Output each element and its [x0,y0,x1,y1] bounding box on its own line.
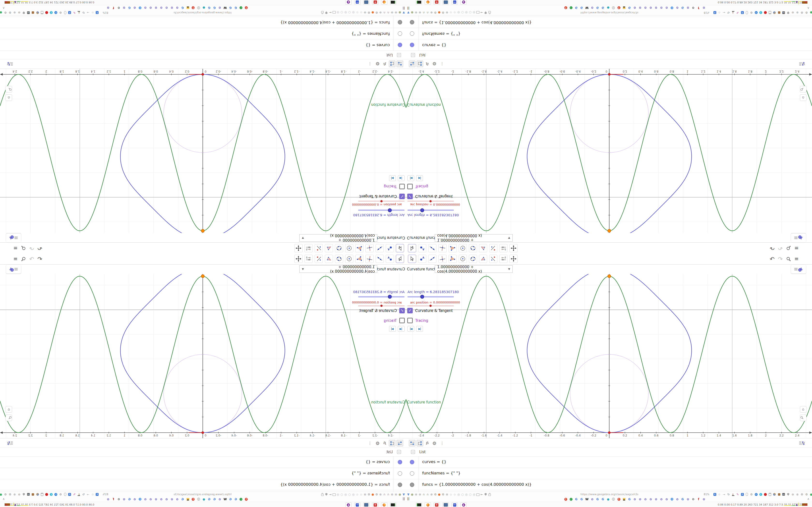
menu-icon[interactable]: ≡ [794,245,799,250]
green-dot-icon[interactable]: ● [0,11,3,14]
ublock-icon[interactable]: uO [782,11,785,14]
mouse-icon[interactable] [63,493,67,496]
redo-icon[interactable]: ↷ [778,245,783,251]
floppy64-app-icon[interactable]: 64 [451,0,458,5]
tracing-checkbox[interactable] [407,318,413,323]
polygon-tool-button[interactable] [449,255,457,263]
green-dot-icon[interactable]: ● [809,11,812,14]
box-brown-icon[interactable] [777,11,781,14]
globe-icon[interactable]: ⊕ [363,493,367,496]
wrench-icon[interactable]: ⚙ [434,493,437,496]
ublock-icon[interactable]: uO [27,11,30,14]
google-icon[interactable]: G [596,497,599,501]
geogebra-icon[interactable]: ✿ [702,6,706,10]
chat-icon[interactable]: ▪ [670,6,674,10]
algebra-more-button[interactable]: ⋮ [367,440,373,446]
google-icon[interactable]: G [128,6,131,10]
google-icon[interactable]: G [213,6,216,10]
menu-icon[interactable]: ≡ [13,245,18,250]
geogebra-icon[interactable]: ✿ [122,497,126,501]
ublock-icon[interactable]: uO [27,493,30,496]
geogebra-icon[interactable]: ✿ [638,6,642,10]
download-icon[interactable]: ↓ [731,11,735,14]
circle-empty-icon[interactable]: ○ [348,493,351,496]
slider-tool-button[interactable]: a=2 [499,255,507,263]
geogebra-icon[interactable]: ✿ [144,497,147,501]
green-shield-icon[interactable]: ✓ [239,6,243,10]
shield-icon[interactable] [22,493,26,496]
plus-circle-icon[interactable]: + [754,11,758,14]
trash-icon[interactable] [40,11,44,14]
wrench-icon[interactable]: ⚙ [375,493,378,496]
geogebra-icon[interactable]: ✿ [175,6,179,10]
geogebra-icon[interactable]: ✿ [660,497,663,501]
hook-icon[interactable]: ∩ [426,493,429,496]
globe-icon[interactable]: ⊕ [414,493,418,496]
gear-icon[interactable]: ⚙ [750,11,753,14]
globe-icon[interactable]: ⊕ [390,493,394,496]
teal-swirl-icon[interactable]: ● [606,497,610,501]
algebra-row-funcs[interactable]: funcs = {1.000000000000 + cos(4.00000000… [0,479,406,490]
geogebra-icon[interactable]: ✿ [144,6,147,10]
globe-color-icon[interactable] [36,11,39,14]
translate-icon[interactable]: A [68,493,71,496]
green-dot-icon[interactable]: ● [0,493,3,496]
algebra-settings-button[interactable]: ⚙ [374,440,381,446]
geogebra-icon[interactable]: ✿ [665,6,668,10]
teal-down-icon[interactable]: ↓ [759,11,762,14]
angle-tool-button[interactable]: α [479,255,487,263]
function-dropdown[interactable]: 1.000000000000 + cos(4.000000000000 x) ▼ [435,234,513,242]
skip-end-button[interactable]: ▶| [416,175,423,181]
geogebra-icon[interactable]: ✿ [649,6,653,10]
search-icon[interactable] [786,246,791,250]
globe-icon[interactable]: ⊕ [394,11,398,14]
gear-icon[interactable]: ⚙ [750,493,753,496]
yandex-icon[interactable]: Я [564,6,567,10]
redo-icon[interactable]: ↷ [29,256,34,262]
geogebra-icon[interactable]: ✿ [686,6,690,10]
geogebra-icon[interactable]: ✿ [106,6,110,10]
polygon-tool-button[interactable] [355,255,363,263]
download-icon[interactable]: ↓ [731,493,735,496]
google-icon[interactable]: G [229,497,232,501]
info-icon[interactable]: ⓘ [197,6,200,10]
geogebra-icon[interactable]: ✿ [133,6,137,10]
crayon-icon[interactable]: ✎ [736,11,740,14]
geogebra-icon[interactable]: ✿ [702,497,706,501]
home-button[interactable]: ⌂ [800,95,806,101]
gear-icon[interactable]: ⚙ [59,11,62,14]
wrench-icon[interactable]: ⚙ [800,493,804,496]
graphics-view[interactable]: -2.4-2.2-2-1.8-1.6-1.4-1.2-1-0.8-0.6-0.4… [0,69,406,233]
algebra-row-curves[interactable]: curves = {} [0,456,406,468]
crayon-icon[interactable]: ✎ [736,493,740,496]
algebra-row-curves[interactable]: curves = {} [406,39,812,51]
chevron-up-icon[interactable]: ∧ [807,6,810,10]
translate-icon[interactable]: A [95,493,99,496]
geogebra-icon[interactable]: ✿ [665,497,668,501]
kite-icon[interactable]: ▼ [402,11,406,14]
geogebra-icon[interactable]: ✿ [165,6,168,10]
thumb-icon[interactable]: ⊕ [13,11,16,14]
angle-tool-button[interactable]: α [325,244,333,252]
globe-icon[interactable]: ⊕ [445,493,449,496]
circle-dot-icon[interactable]: ◎ [344,493,348,496]
geogebra-icon[interactable]: ✿ [170,497,174,501]
teal-swirl-icon[interactable]: ● [202,497,206,501]
arc-position-slider-knob[interactable] [380,305,383,307]
wrench-icon[interactable]: ⚙ [8,493,12,496]
geogebra-icon[interactable]: ✿ [686,497,690,501]
dot-faint-icon[interactable]: ● [449,11,453,14]
hook-icon[interactable]: ∩ [387,11,390,14]
hook-icon[interactable]: ∩ [426,11,429,14]
home-button[interactable]: ⌂ [800,406,806,412]
point-tool-button[interactable]: A [418,244,426,252]
dot-faint-icon[interactable]: ● [359,493,363,496]
terminal-app-icon[interactable] [416,0,422,5]
arc-length-slider[interactable] [358,296,405,297]
slider-tool-button[interactable]: a=2 [499,244,507,252]
floppy64-app-icon[interactable]: 64 [354,0,361,5]
home-button[interactable]: ⌂ [6,406,12,412]
dot-faint-icon[interactable]: ● [355,11,359,14]
google-icon[interactable]: G [574,6,578,10]
graphics-view[interactable]: -2.4-2.2-2-1.8-1.6-1.4-1.2-1-0.8-0.6-0.4… [406,274,812,438]
